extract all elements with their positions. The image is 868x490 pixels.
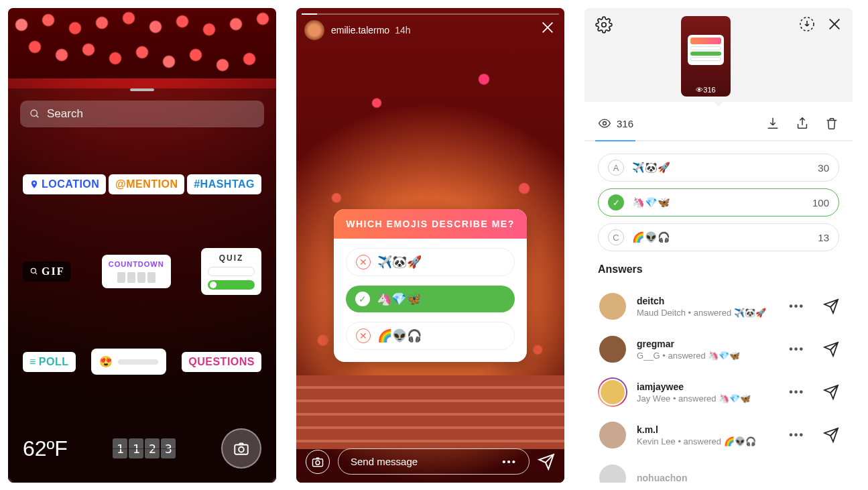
quiz-card: WHICH EMOJIS DESCRIBE ME? ✕ ✈️🐼🚀 ✓ 🦄💎🦋 ✕…	[334, 209, 527, 362]
poll-icon: ≡	[29, 356, 36, 368]
temperature-sticker[interactable]: 62ºF	[23, 436, 68, 461]
more-button[interactable]: •••	[789, 386, 804, 398]
search-placeholder: Search	[47, 107, 83, 121]
story-thumbnail[interactable]: 👁316	[681, 16, 731, 97]
search-input[interactable]: Search	[20, 101, 264, 127]
result-option-a: A ✈️🐼🚀 30	[598, 154, 839, 182]
answerer-username[interactable]: iamjaywee	[637, 381, 780, 392]
more-button[interactable]: •••	[789, 429, 804, 441]
answerer-avatar[interactable]	[598, 334, 627, 364]
location-sticker[interactable]: LOCATION	[23, 174, 106, 194]
countdown-sticker[interactable]: COUNTDOWN	[102, 255, 171, 288]
quiz-option-a[interactable]: ✕ ✈️🐼🚀	[346, 248, 515, 276]
answerer-username[interactable]: gregmar	[637, 339, 780, 349]
story-timestamp: 14h	[395, 25, 410, 36]
story-progress-bar	[302, 13, 559, 15]
results-topbar: 👁316	[584, 8, 853, 102]
view-count: 316	[598, 117, 633, 130]
quiz-results-screen: 👁316 316 A ✈️🐼🚀 30 ✓ 🦄💎🦋 100	[584, 8, 853, 483]
svg-point-10	[316, 461, 320, 465]
camera-icon	[233, 440, 250, 457]
svg-point-11	[602, 23, 607, 27]
settings-icon[interactable]	[595, 16, 613, 34]
message-input[interactable]: Send message •••	[338, 448, 530, 475]
slider-track	[118, 359, 158, 365]
answerer-avatar[interactable]	[598, 377, 627, 407]
send-icon[interactable]	[823, 427, 839, 443]
hashtag-sticker[interactable]: #HASHTAG	[187, 174, 261, 194]
pin-icon	[29, 179, 39, 190]
answerer-avatar[interactable]	[598, 463, 627, 483]
answerer-subtitle: Maud Deitch • answered ✈️🐼🚀	[637, 308, 780, 318]
time-sticker[interactable]: 1 1 2 3	[113, 438, 176, 458]
story-header: emilie.talermo 14h	[304, 20, 556, 40]
wrong-icon: ✕	[356, 255, 371, 269]
answerer-username[interactable]: deitch	[637, 296, 780, 306]
countdown-bars	[117, 272, 156, 283]
camera-sticker[interactable]	[221, 428, 261, 469]
search-icon	[29, 267, 39, 276]
send-icon[interactable]	[823, 298, 839, 314]
answerer-avatar[interactable]	[598, 420, 627, 450]
emoji-slider-sticker[interactable]: 😍	[91, 349, 166, 375]
more-button[interactable]: •••	[789, 343, 804, 355]
author-avatar[interactable]	[304, 20, 324, 40]
more-button[interactable]: •••	[789, 300, 804, 312]
close-button[interactable]	[540, 20, 555, 35]
wrong-icon: ✕	[356, 328, 371, 343]
result-option-c: C 🌈👽🎧 13	[598, 223, 839, 251]
svg-line-4	[35, 272, 37, 274]
close-icon	[540, 20, 555, 35]
stats-row: 316	[584, 107, 853, 140]
story-background-lights	[8, 8, 276, 78]
story-thumbnail-wrap: 👁316	[681, 16, 731, 102]
check-icon: ✓	[608, 194, 624, 210]
save-icon[interactable]	[799, 16, 815, 32]
results-list: A ✈️🐼🚀 30 ✓ 🦄💎🦋 100 C 🌈👽🎧 13 Answers dei…	[584, 154, 853, 483]
svg-rect-5	[235, 445, 248, 454]
answerer-avatar[interactable]	[598, 292, 627, 321]
quiz-option-c[interactable]: ✕ 🌈👽🎧	[346, 322, 515, 350]
send-icon[interactable]	[823, 341, 839, 357]
thumbnail-pointer	[713, 101, 724, 107]
drawer-handle[interactable]	[130, 88, 154, 91]
answer-row: deitchMaud Deitch • answered ✈️🐼🚀•••	[598, 285, 839, 328]
heart-eyes-emoji: 😍	[99, 355, 113, 368]
svg-point-15	[603, 122, 607, 125]
sticker-drawer-screen: Search LOCATION @MENTION #HASHTAG GIF CO…	[8, 8, 276, 483]
answer-row: nohuachon	[598, 456, 839, 483]
result-option-b: ✓ 🦄💎🦋 100	[598, 188, 839, 217]
answerer-username[interactable]: k.m.l	[637, 424, 780, 435]
answerer-subtitle: Kevin Lee • answered 🌈👽🎧	[637, 436, 780, 446]
gif-sticker[interactable]: GIF	[23, 261, 71, 282]
more-dots[interactable]: •••	[502, 456, 517, 467]
answer-row: iamjayweeJay Wee • answered 🦄💎🦋•••	[598, 371, 839, 414]
answerer-subtitle: Jay Wee • answered 🦄💎🦋	[637, 393, 780, 404]
answer-row: k.m.lKevin Lee • answered 🌈👽🎧•••	[598, 414, 839, 456]
search-icon	[29, 109, 40, 119]
svg-point-0	[31, 110, 37, 116]
poll-sticker[interactable]: ≡ POLL	[23, 352, 76, 372]
sticker-drawer: Search LOCATION @MENTION #HASHTAG GIF CO…	[8, 88, 276, 483]
svg-line-1	[36, 115, 38, 117]
share-icon[interactable]	[795, 116, 810, 131]
mention-sticker[interactable]: @MENTION	[109, 174, 184, 194]
camera-reply-button[interactable]	[306, 450, 330, 474]
answers-header: Answers	[598, 263, 839, 275]
send-icon[interactable]	[823, 384, 839, 400]
story-viewer-screen: emilie.talermo 14h WHICH EMOJIS DESCRIBE…	[296, 8, 564, 483]
download-icon[interactable]	[765, 116, 780, 131]
questions-sticker[interactable]: QUESTIONS	[182, 352, 261, 372]
sweater-stripes	[296, 375, 564, 449]
quiz-sticker[interactable]: QUIZ	[201, 248, 261, 295]
quiz-question: WHICH EMOJIS DESCRIBE ME?	[334, 209, 527, 239]
svg-point-3	[31, 268, 36, 273]
delete-icon[interactable]	[824, 116, 839, 131]
author-username[interactable]: emilie.talermo	[331, 25, 389, 36]
close-icon[interactable]	[827, 17, 842, 32]
answer-row: gregmarG__G • answered 🦄💎🦋•••	[598, 328, 839, 371]
story-footer: Send message •••	[306, 448, 555, 475]
answerer-subtitle: G__G • answered 🦄💎🦋	[637, 351, 780, 361]
quiz-option-b[interactable]: ✓ 🦄💎🦋	[346, 286, 515, 312]
send-icon[interactable]	[538, 453, 555, 471]
